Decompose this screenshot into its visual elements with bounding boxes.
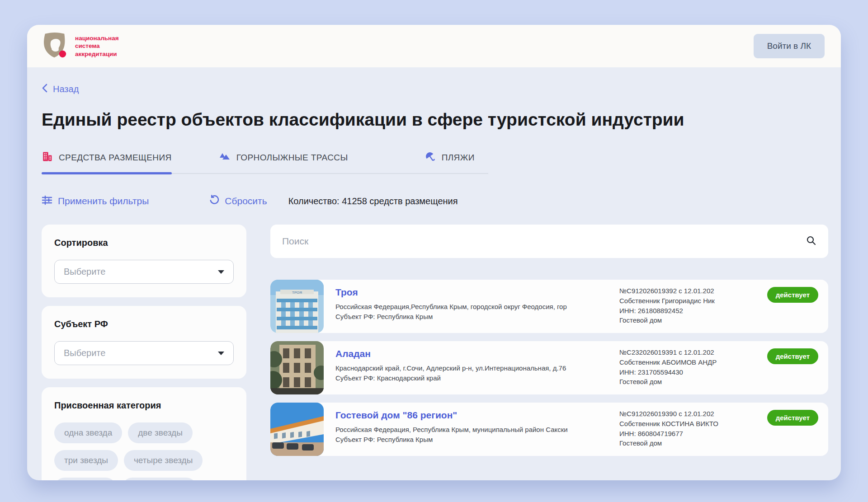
building-icon (42, 151, 53, 164)
status-badge: действует (767, 287, 818, 303)
back-label: Назад (53, 84, 79, 94)
tab-beaches[interactable]: ПЛЯЖИ (424, 150, 475, 173)
filter-card-region: Субъект РФ Выберите (42, 306, 246, 379)
header: национальная система аккредитации Войти … (27, 25, 841, 67)
search-input[interactable] (282, 236, 806, 247)
category-label: Присвоенная категория (54, 400, 234, 411)
filters-sidebar: Сортировка Выберите Субъект РФ Выберите … (42, 225, 246, 480)
chip-no-category[interactable]: нет категории (122, 478, 197, 480)
chevron-left-icon (42, 84, 48, 95)
sort-select[interactable]: Выберите (54, 260, 234, 284)
filter-card-category: Присвоенная категория одна звезда две зв… (42, 387, 246, 480)
accreditation-shield-logo-icon (41, 31, 69, 61)
reset-filters-button[interactable]: Сбросить (209, 195, 267, 207)
chip-four-stars[interactable]: четыре звезды (124, 450, 203, 471)
chip-two-stars[interactable]: две звезды (128, 422, 193, 443)
listing-address: Российская Федерация, Республика Крым, м… (335, 426, 611, 433)
listing-photo (270, 403, 324, 456)
apply-filters-button[interactable]: Применить фильтры (42, 195, 149, 207)
listing-row[interactable]: Гостевой дом "86 регион" Российская Феде… (270, 403, 828, 456)
listing-meta: №С232026019391 с 12.01.202 Собственник А… (619, 341, 756, 394)
tab-label: СРЕДСТВА РАЗМЕЩЕНИЯ (59, 153, 172, 163)
sort-label: Сортировка (54, 238, 234, 248)
sliders-filter-icon (42, 195, 52, 207)
content-area: Назад Единый реестр объектов классификац… (27, 67, 841, 480)
listing-reg-number: №С912026019392 с 12.01.202 (619, 286, 756, 296)
listing-type: Гостевой дом (619, 315, 756, 325)
listing-address: Российская Федерация,Республика Крым, го… (335, 303, 611, 310)
listing-photo: ТРОЯ (270, 280, 324, 333)
beach-umbrella-icon (424, 150, 436, 164)
listing-type: Гостевой дом (619, 438, 756, 448)
page-title: Единый реестр объектов классификации в с… (42, 110, 828, 130)
mountain-icon (219, 151, 231, 164)
tab-ski-slopes[interactable]: ГОРНОЛЫЖНЫЕ ТРАССЫ (219, 150, 348, 173)
tab-label: ГОРНОЛЫЖНЫЕ ТРАССЫ (236, 153, 348, 163)
results-column: ТРОЯ (270, 225, 828, 480)
listing-main-info: Гостевой дом "86 регион" Российская Феде… (324, 403, 619, 456)
chip-three-stars[interactable]: три звезды (54, 450, 118, 471)
listing-owner: Собственник Григориадис Ник (619, 296, 756, 306)
chip-five-stars[interactable]: пять звезд (54, 478, 116, 480)
svg-text:ТРОЯ: ТРОЯ (292, 291, 302, 295)
listing-inn: ИНН: 261808892452 (619, 306, 756, 316)
main-panel: национальная система аккредитации Войти … (27, 25, 841, 480)
results-count: Количество: 41258 средств размещения (288, 196, 458, 206)
listing-row[interactable]: ТРОЯ (270, 280, 828, 333)
listing-type: Гостевой дом (619, 377, 756, 387)
listing-owner: Собственник АБОИМОВ АНДР (619, 357, 756, 367)
region-select-placeholder: Выберите (64, 348, 105, 358)
listing-status-column: действует (756, 403, 828, 456)
listing-subject: Субъект РФ: Краснодарский край (335, 374, 611, 382)
listing-status-column: действует (756, 341, 828, 394)
listing-photo (270, 341, 324, 394)
listing-owner: Собственник КОСТИНА ВИКТО (619, 419, 756, 429)
tab-bar: СРЕДСТВА РАЗМЕЩЕНИЯ ГОРНОЛЫЖНЫЕ ТРАССЫ (42, 150, 488, 174)
actions-row: Применить фильтры Сбросить Количество: 4… (42, 195, 828, 207)
chevron-down-icon (218, 270, 224, 274)
category-chips: одна звезда две звезды три звезды четыре… (54, 422, 234, 480)
brand-logo[interactable]: национальная система аккредитации (41, 31, 119, 61)
reset-arrow-icon (209, 195, 219, 207)
search-icon[interactable] (806, 235, 816, 248)
search-bar (270, 225, 828, 258)
chip-one-star[interactable]: одна звезда (54, 422, 122, 443)
chevron-down-icon (218, 352, 224, 355)
listing-inn: ИНН: 231705594430 (619, 367, 756, 377)
listing-subject: Субъект РФ: Республика Крым (335, 313, 611, 320)
status-badge: действует (767, 348, 818, 364)
sort-select-placeholder: Выберите (64, 267, 105, 277)
region-select[interactable]: Выберите (54, 341, 234, 365)
reset-label: Сбросить (225, 196, 267, 206)
layout: Сортировка Выберите Субъект РФ Выберите … (42, 225, 828, 480)
listing-meta: №С912026019392 с 12.01.202 Собственник Г… (619, 280, 756, 333)
listing-row[interactable]: Аладан Краснодарский край, г.Сочи, Адлер… (270, 341, 828, 394)
listing-title-link[interactable]: Троя (335, 287, 611, 298)
listing-title-link[interactable]: Гостевой дом "86 регион" (335, 410, 611, 421)
region-label: Субъект РФ (54, 319, 234, 329)
back-link[interactable]: Назад (42, 84, 79, 95)
listing-status-column: действует (756, 280, 828, 333)
tab-label: ПЛЯЖИ (442, 153, 475, 163)
brand-name: национальная система аккредитации (75, 34, 119, 58)
status-badge: действует (767, 410, 818, 426)
login-button[interactable]: Войти в ЛК (754, 34, 825, 58)
listing-reg-number: №С912026019390 с 12.01.202 (619, 409, 756, 419)
listing-inn: ИНН: 860804719677 (619, 429, 756, 439)
listing-reg-number: №С232026019391 с 12.01.202 (619, 347, 756, 357)
filter-card-sort: Сортировка Выберите (42, 225, 246, 297)
apply-filters-label: Применить фильтры (58, 196, 149, 206)
listing-main-info: Аладан Краснодарский край, г.Сочи, Адлер… (324, 341, 619, 394)
listing-subject: Субъект РФ: Республика Крым (335, 436, 611, 443)
listing-address: Краснодарский край, г.Сочи, Адлерский р-… (335, 364, 611, 372)
listing-meta: №С912026019390 с 12.01.202 Собственник К… (619, 403, 756, 456)
tab-accommodation[interactable]: СРЕДСТВА РАЗМЕЩЕНИЯ (42, 150, 172, 173)
listing-main-info: Троя Российская Федерация,Республика Кры… (324, 280, 619, 333)
listing-title-link[interactable]: Аладан (335, 348, 611, 359)
